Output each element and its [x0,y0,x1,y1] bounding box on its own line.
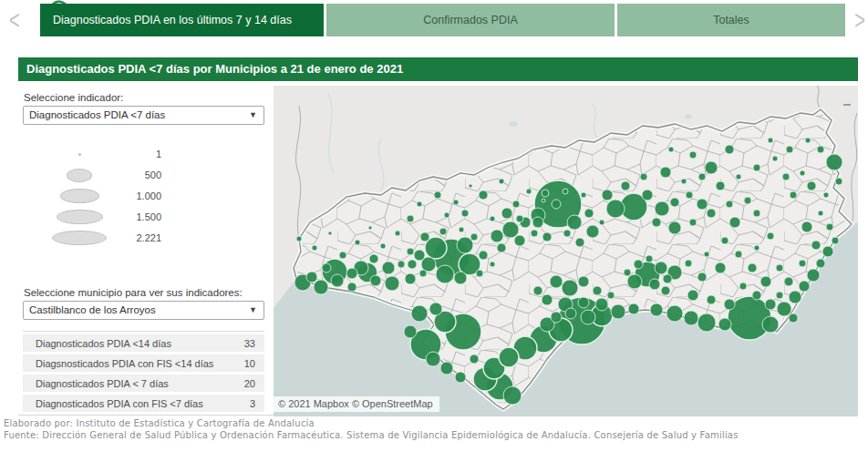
indicator-select[interactable]: Diagnosticados PDIA <7 días ▼ [23,106,264,125]
map-bubble[interactable] [826,154,842,170]
map-bubble[interactable] [666,305,683,322]
map-bubble[interactable] [312,245,317,251]
map-bubble[interactable] [426,352,440,366]
map-bubble[interactable] [382,262,395,274]
map-bubble[interactable] [811,241,821,250]
map-bubble[interactable] [503,386,522,405]
map-bubble[interactable] [782,173,790,180]
map-bubble[interactable] [754,245,760,251]
map-bubble[interactable] [552,200,561,209]
map-bubble[interactable] [748,263,757,272]
map-bubble[interactable] [407,248,414,255]
map-bubble[interactable] [593,286,602,295]
map-bubble[interactable] [698,173,706,180]
map-bubble[interactable] [455,372,466,383]
map-bubble[interactable] [457,237,473,253]
tab-3[interactable]: Totales [617,4,845,36]
map-bubble[interactable] [501,208,512,219]
map-bubble[interactable] [725,145,734,154]
map-bubble[interactable] [668,147,674,152]
map-bubble[interactable] [607,292,615,299]
map-bubble[interactable] [563,230,571,237]
map-bubble[interactable] [578,297,589,308]
map-bubble[interactable] [621,181,630,190]
map-bubble[interactable] [826,223,833,231]
map-bubble[interactable] [322,263,331,272]
map-bubble[interactable] [789,313,798,323]
map-bubble[interactable] [684,311,698,325]
map-bubble[interactable] [581,310,595,324]
map-bubble[interactable] [799,281,810,292]
map-bubble[interactable] [697,199,708,210]
map-bubble[interactable] [531,230,538,237]
map-bubble[interactable] [686,191,693,199]
map-attribution[interactable]: © 2021 Mapbox © OpenStreetMap [274,396,439,412]
map-bubble[interactable] [565,308,576,319]
map-bubble[interactable] [429,303,442,315]
map-bubble[interactable] [689,219,697,226]
map-bubble[interactable] [816,259,825,268]
map-bubble[interactable] [347,282,356,292]
map-bubble[interactable] [405,273,416,284]
map-bubble[interactable] [739,282,747,290]
map-bubble[interactable] [707,209,716,218]
map-bubble[interactable] [514,235,525,246]
map-bubble[interactable] [817,146,824,153]
map-bubble[interactable] [355,240,360,245]
andalucia-map[interactable] [274,86,858,416]
map-bubble[interactable] [586,225,599,238]
map-bubble[interactable] [385,276,399,291]
map-bubble[interactable] [404,325,417,338]
chevron-right-icon[interactable]: > [854,2,865,37]
map-bubble[interactable] [753,164,760,171]
map-bubble[interactable] [296,236,302,241]
map-bubble[interactable] [567,215,582,230]
map-bubble[interactable] [453,200,459,205]
map-bubble[interactable] [411,305,428,322]
map-bubble[interactable] [805,138,811,143]
map-bubble[interactable] [346,268,357,279]
tab-1[interactable]: Diagnosticados PDIA en los últimos 7 y 1… [40,4,324,36]
map-bubble[interactable] [718,318,731,331]
map-bubble[interactable] [715,262,726,273]
map-bubble[interactable] [516,215,523,222]
map-bubble[interactable] [599,220,604,225]
map-bubble[interactable] [628,303,639,314]
tab-2[interactable]: Confirmados PDIA [326,4,615,36]
map-bubble[interactable] [490,216,495,221]
map-bubble[interactable] [479,251,488,260]
map-bubble[interactable] [786,146,793,153]
map-bubble[interactable] [490,262,495,267]
map-bubble[interactable] [736,174,741,180]
map-bubble[interactable] [469,184,472,188]
map-bubble[interactable] [704,252,709,257]
map-bubble[interactable] [789,291,801,303]
map-bubble[interactable] [744,197,751,204]
map-bubble[interactable] [689,151,697,159]
map-bubble[interactable] [687,290,698,301]
map-bubble[interactable] [491,230,503,242]
map-bubble[interactable] [807,269,820,282]
map-bubble[interactable] [459,227,464,232]
map-bubble[interactable] [681,179,687,184]
map-bubble[interactable] [331,274,344,287]
map-bubble[interactable] [578,276,589,287]
map-bubble[interactable] [414,250,425,261]
map-bubble[interactable] [670,198,679,207]
map-bubble[interactable] [642,190,653,200]
map-bubble[interactable] [512,200,520,208]
map-bubble[interactable] [395,231,400,236]
map-bubble[interactable] [646,255,653,262]
map-bubble[interactable] [369,254,378,263]
map-bubble[interactable] [533,286,542,295]
map-bubble[interactable] [726,200,733,208]
map-bubble[interactable] [698,313,716,332]
map-bubble[interactable] [663,274,672,283]
municipio-select[interactable]: Castilblanco de los Arroyos ▼ [23,301,264,320]
map-bubble[interactable] [479,190,488,200]
map-bubble[interactable] [823,192,829,198]
map-bubble[interactable] [499,179,504,184]
map-bubble[interactable] [705,161,718,174]
map-canvas[interactable]: © 2021 Mapbox © OpenStreetMap [274,86,858,416]
map-bubble[interactable] [581,192,586,198]
